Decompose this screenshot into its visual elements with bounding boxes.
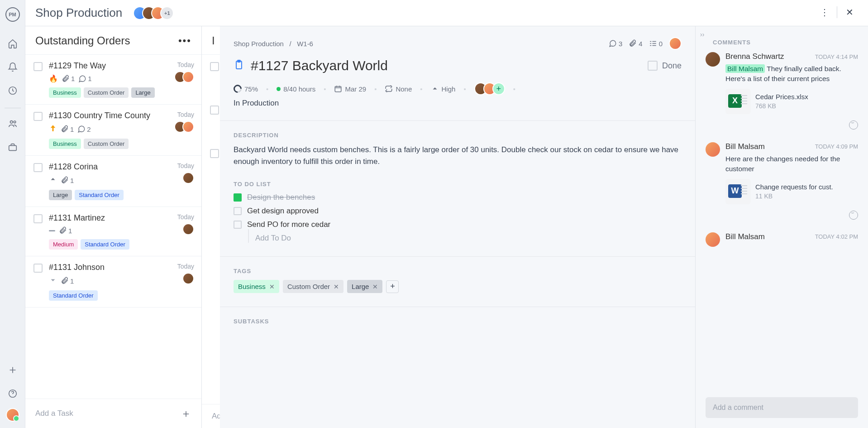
recurrence[interactable]: None: [385, 85, 412, 93]
progress[interactable]: 75%: [234, 85, 258, 93]
tag[interactable]: Medium: [49, 239, 78, 250]
avatar[interactable]: [182, 273, 194, 284]
dash-icon: [49, 230, 55, 231]
tag[interactable]: Large: [131, 87, 154, 98]
todo-item[interactable]: Send PO for more cedar: [234, 220, 682, 229]
task-title[interactable]: #1127 Backyard World: [251, 58, 388, 73]
todo-checkbox[interactable]: [234, 221, 242, 229]
due-date[interactable]: Mar 29: [334, 85, 366, 93]
avatar[interactable]: [182, 121, 194, 133]
remove-tag-icon[interactable]: ✕: [372, 283, 378, 290]
task-checkbox[interactable]: [33, 214, 43, 223]
comment-time: TODAY 4:09 PM: [815, 143, 858, 150]
tag[interactable]: Business: [49, 87, 81, 98]
task-checkbox[interactable]: [210, 149, 219, 158]
comment-count: 1: [78, 75, 91, 83]
arrow-up-icon: [49, 124, 57, 134]
avatar[interactable]: [182, 71, 194, 83]
attachment[interactable]: Cedar Prices.xlsx768 KB: [725, 89, 858, 114]
todo-item[interactable]: Get design approved: [234, 207, 682, 216]
done-checkbox[interactable]: [648, 61, 658, 71]
todo-text: Send PO for more cedar: [247, 220, 330, 229]
more-icon[interactable]: ⋮: [817, 5, 832, 20]
help-icon[interactable]: [4, 385, 22, 403]
react-button[interactable]: [725, 120, 858, 131]
plus-icon[interactable]: [4, 361, 22, 379]
task-checkbox[interactable]: [33, 62, 43, 71]
comment-input[interactable]: Add a comment: [706, 397, 858, 418]
task-checkbox[interactable]: [210, 106, 219, 115]
avatar[interactable]: [182, 223, 194, 235]
task-description[interactable]: Backyard World needs custom benches. Thi…: [234, 144, 682, 167]
close-icon[interactable]: ✕: [842, 5, 857, 20]
priority[interactable]: High: [431, 85, 456, 93]
comments-count[interactable]: 3: [609, 39, 622, 48]
react-button[interactable]: [725, 211, 858, 221]
task-checkbox[interactable]: [33, 112, 43, 121]
add-todo-input[interactable]: Add To Do: [248, 234, 682, 243]
tag[interactable]: Standard Order: [49, 290, 98, 301]
smile-icon[interactable]: [849, 211, 858, 220]
task-card[interactable]: #1131 Martinez 1 MediumStandard Order To…: [25, 207, 201, 256]
task-checkbox[interactable]: [33, 163, 43, 172]
page-title: Shop Production: [35, 6, 122, 20]
tag[interactable]: Standard Order: [81, 239, 129, 250]
avatar[interactable]: [706, 232, 720, 247]
tag-pill[interactable]: Custom Order✕: [283, 280, 343, 293]
collapse-icon[interactable]: ››: [700, 31, 704, 38]
attachments-count[interactable]: 4: [629, 39, 642, 48]
task-detail-panel: Shop Production / W1-6 3 4 0: [220, 26, 868, 428]
bell-icon[interactable]: [4, 58, 22, 76]
mention[interactable]: Bill Malsam: [725, 64, 765, 73]
tag-pill[interactable]: Business✕: [234, 280, 279, 293]
plus-icon[interactable]: ＋: [181, 406, 191, 421]
avatar-more[interactable]: +1: [160, 6, 174, 20]
app-logo[interactable]: PM: [5, 7, 20, 22]
briefcase-icon[interactable]: [4, 138, 22, 156]
avatar[interactable]: [706, 142, 720, 157]
avatar[interactable]: [706, 52, 720, 67]
tag[interactable]: Custom Order: [84, 139, 129, 149]
breadcrumb-project[interactable]: Shop Production: [234, 40, 284, 48]
task-card[interactable]: #1129 The Way 🔥11 BusinessCustom OrderLa…: [25, 55, 201, 105]
remove-tag-icon[interactable]: ✕: [334, 283, 339, 290]
user-avatar[interactable]: [6, 408, 19, 422]
home-icon[interactable]: [4, 34, 22, 53]
add-assignee-button[interactable]: +: [492, 82, 505, 95]
task-card[interactable]: #1131 Johnson 1 Standard Order Today: [25, 256, 201, 308]
tag-pill[interactable]: Large✕: [347, 280, 382, 293]
task-owner-avatar[interactable]: [669, 37, 682, 50]
subtasks-label: SUBTASKS: [234, 318, 682, 325]
column-menu-icon[interactable]: •••: [178, 35, 191, 47]
divider: [837, 6, 837, 18]
todo-text: Design the benches: [247, 193, 315, 202]
todo-checkbox[interactable]: [234, 193, 242, 202]
add-task-row[interactable]: Add a Task ＋: [25, 399, 201, 428]
header-avatars[interactable]: +1: [133, 6, 174, 20]
task-card[interactable]: #1128 Corina 1 LargeStandard Order Today: [25, 156, 201, 207]
task-checkbox[interactable]: [33, 264, 43, 273]
tag[interactable]: Standard Order: [75, 190, 124, 200]
hours[interactable]: 8/40 hours: [277, 85, 315, 93]
done-toggle[interactable]: Done: [648, 61, 682, 71]
todo-checkbox[interactable]: [234, 207, 242, 215]
users-icon[interactable]: [4, 115, 22, 133]
subtasks-count[interactable]: 0: [649, 39, 663, 48]
tag[interactable]: Business: [49, 139, 81, 149]
task-checkbox[interactable]: [210, 62, 219, 71]
task-status[interactable]: In Production: [234, 99, 682, 108]
tag[interactable]: Custom Order: [84, 87, 129, 98]
remove-tag-icon[interactable]: ✕: [269, 283, 275, 290]
task-title: #1131 Johnson: [49, 263, 193, 272]
header: Shop Production +1: [25, 0, 868, 26]
attachment[interactable]: Change requests for cust.11 KB: [725, 179, 858, 204]
clock-icon[interactable]: [4, 82, 22, 100]
tag[interactable]: Large: [49, 190, 72, 200]
breadcrumb-id[interactable]: W1-6: [297, 40, 313, 48]
task-card[interactable]: #1130 Country Time County 12 BusinessCus…: [25, 105, 201, 156]
todo-item[interactable]: Design the benches: [234, 193, 682, 202]
smile-icon[interactable]: [849, 120, 858, 130]
assignees[interactable]: +: [474, 82, 505, 95]
add-tag-button[interactable]: +: [386, 280, 399, 293]
avatar[interactable]: [182, 172, 194, 184]
